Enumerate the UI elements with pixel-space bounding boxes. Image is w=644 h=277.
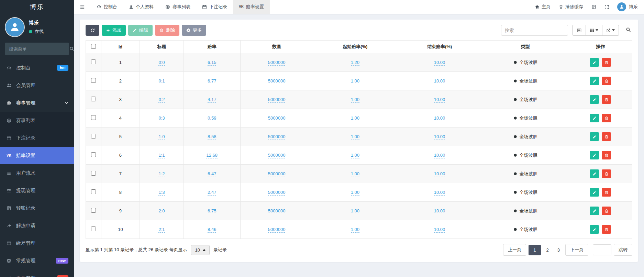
- edit-row-button[interactable]: [590, 114, 599, 122]
- odds-link[interactable]: 6.77: [208, 78, 216, 84]
- delete-row-button[interactable]: [602, 207, 611, 215]
- title-link[interactable]: 0:1: [158, 78, 165, 84]
- sidebar-item-6[interactable]: 解冻申请: [0, 217, 74, 234]
- sidebar-item-4[interactable]: 提现管理: [0, 182, 74, 199]
- row-checkbox[interactable]: [91, 115, 96, 120]
- nav-tab-4[interactable]: VK赔率设置: [233, 0, 270, 14]
- start-odds-link[interactable]: 1.00: [351, 171, 359, 177]
- jump-page-input[interactable]: [593, 244, 611, 255]
- sidebar-item-7[interactable]: 级差管理: [0, 234, 74, 252]
- edit-row-button[interactable]: [590, 207, 599, 215]
- search-input[interactable]: [501, 25, 568, 36]
- edit-row-button[interactable]: [590, 188, 599, 197]
- odds-link[interactable]: 12.68: [206, 153, 218, 158]
- fullscreen-icon[interactable]: [604, 5, 609, 9]
- title-link[interactable]: 0:2: [158, 97, 165, 103]
- search-submit-button[interactable]: [624, 26, 632, 35]
- amount-link[interactable]: 5000000: [268, 190, 286, 196]
- end-odds-link[interactable]: 10.00: [434, 227, 445, 233]
- title-link[interactable]: 0:0: [158, 60, 165, 66]
- edit-row-button[interactable]: [590, 95, 599, 104]
- title-link[interactable]: 0:3: [158, 115, 165, 121]
- title-link[interactable]: 1:1: [158, 153, 165, 158]
- edit-row-button[interactable]: [590, 169, 599, 178]
- row-checkbox[interactable]: [91, 189, 96, 194]
- end-odds-link[interactable]: 10.00: [434, 190, 445, 196]
- odds-link[interactable]: 2.47: [208, 190, 216, 196]
- delete-button[interactable]: 删除: [155, 25, 179, 36]
- end-odds-link[interactable]: 10.00: [434, 153, 445, 158]
- clear-cache-link[interactable]: 清除缓存: [559, 4, 583, 10]
- row-checkbox[interactable]: [91, 97, 96, 101]
- sidebar-item-8[interactable]: 常规管理new: [0, 252, 74, 269]
- start-odds-link[interactable]: 1.00: [351, 134, 359, 140]
- odds-link[interactable]: 4.17: [208, 97, 216, 103]
- delete-row-button[interactable]: [602, 95, 611, 104]
- start-odds-link[interactable]: 1.00: [351, 227, 359, 233]
- amount-link[interactable]: 5000000: [268, 208, 286, 214]
- amount-link[interactable]: 5000000: [268, 134, 286, 140]
- page-button-2[interactable]: 2: [543, 245, 552, 255]
- select-all-checkbox[interactable]: [91, 44, 96, 49]
- end-odds-link[interactable]: 10.00: [434, 208, 445, 214]
- row-checkbox[interactable]: [91, 226, 96, 231]
- page-button-1[interactable]: 1: [529, 245, 541, 255]
- end-odds-link[interactable]: 10.00: [434, 97, 445, 103]
- end-odds-link[interactable]: 10.00: [434, 60, 445, 66]
- nav-tab-1[interactable]: 个人资料: [123, 0, 159, 14]
- page-button-3[interactable]: 3: [554, 245, 563, 255]
- start-odds-link[interactable]: 1.00: [351, 190, 359, 196]
- amount-link[interactable]: 5000000: [268, 97, 286, 103]
- book-icon[interactable]: [591, 4, 596, 9]
- title-link[interactable]: 2:0: [158, 208, 165, 214]
- end-odds-link[interactable]: 10.00: [434, 134, 445, 140]
- delete-row-button[interactable]: [602, 77, 611, 85]
- nav-tab-2[interactable]: 赛事列表: [159, 0, 196, 14]
- prev-page-button[interactable]: 上一页: [503, 244, 526, 256]
- amount-link[interactable]: 5000000: [268, 153, 286, 158]
- menu-toggle-button[interactable]: [74, 0, 91, 14]
- amount-link[interactable]: 5000000: [268, 60, 286, 66]
- delete-row-button[interactable]: [602, 58, 611, 67]
- start-odds-link[interactable]: 1.00: [351, 208, 359, 214]
- odds-link[interactable]: 6.47: [208, 171, 216, 177]
- start-odds-link[interactable]: 1.00: [351, 78, 359, 84]
- amount-link[interactable]: 5000000: [268, 78, 286, 84]
- page-size-dropdown[interactable]: 10: [191, 245, 209, 255]
- odds-link[interactable]: 8.58: [208, 134, 216, 140]
- edit-row-button[interactable]: [590, 151, 599, 159]
- sidebar-item-2[interactable]: 赛事管理: [0, 94, 74, 112]
- jump-button[interactable]: 跳转: [614, 244, 632, 256]
- odds-link[interactable]: 6.75: [208, 208, 216, 214]
- columns-button[interactable]: [586, 25, 602, 36]
- amount-link[interactable]: 5000000: [268, 171, 286, 177]
- delete-row-button[interactable]: [602, 188, 611, 197]
- delete-row-button[interactable]: [602, 114, 611, 122]
- row-checkbox[interactable]: [91, 134, 96, 138]
- edit-row-button[interactable]: [590, 225, 599, 234]
- sidebar-subitem-1[interactable]: 下注记录: [0, 129, 74, 147]
- edit-row-button[interactable]: [590, 58, 599, 67]
- row-checkbox[interactable]: [91, 78, 96, 83]
- amount-link[interactable]: 5000000: [268, 115, 286, 121]
- delete-row-button[interactable]: [602, 151, 611, 159]
- nav-tab-3[interactable]: 下注记录: [196, 0, 233, 14]
- end-odds-link[interactable]: 10.00: [434, 78, 445, 84]
- delete-row-button[interactable]: [602, 225, 611, 234]
- row-checkbox[interactable]: [91, 59, 96, 64]
- row-checkbox[interactable]: [91, 171, 96, 176]
- start-odds-link[interactable]: 1.00: [351, 115, 359, 121]
- end-odds-link[interactable]: 10.00: [434, 171, 445, 177]
- sidebar-item-3[interactable]: 用户流水: [0, 164, 74, 182]
- add-button[interactable]: 添加: [102, 25, 126, 36]
- edit-row-button[interactable]: [590, 77, 599, 85]
- start-odds-link[interactable]: 1.20: [351, 60, 359, 66]
- odds-link[interactable]: 6.15: [208, 60, 216, 66]
- start-odds-link[interactable]: 1.00: [351, 97, 359, 103]
- delete-row-button[interactable]: [602, 132, 611, 141]
- home-link[interactable]: 主页: [535, 4, 551, 10]
- more-button[interactable]: 更多: [182, 25, 206, 36]
- amount-link[interactable]: 5000000: [268, 227, 286, 233]
- sidebar-subitem-2[interactable]: VK赔率设置: [0, 147, 74, 164]
- row-checkbox[interactable]: [91, 208, 96, 213]
